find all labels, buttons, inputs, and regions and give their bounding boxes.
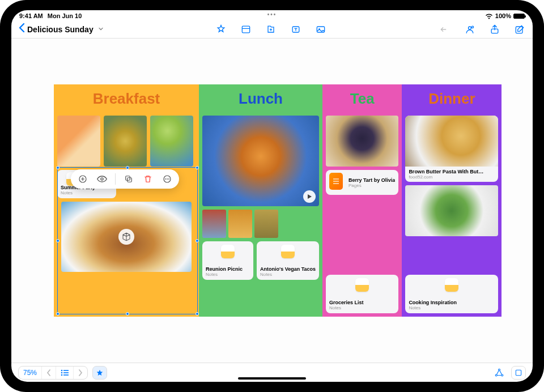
svg-point-23 <box>499 369 500 370</box>
favorite-button[interactable] <box>92 366 107 380</box>
image-berry-tart[interactable] <box>326 116 398 167</box>
column-heading-lunch: Lunch <box>202 88 319 112</box>
prev-board-button[interactable] <box>41 367 56 379</box>
note-subtitle: Notes <box>61 190 113 195</box>
delete-button[interactable] <box>142 173 154 185</box>
notes-app-icon <box>281 245 295 258</box>
next-board-button[interactable] <box>73 367 87 379</box>
note-card-groceries[interactable]: Groceries List Notes <box>326 275 398 313</box>
image-lunch-mini-2[interactable] <box>228 210 252 238</box>
note-subtitle: Notes <box>409 305 495 310</box>
file-subtitle: Pages <box>348 183 395 188</box>
column-heading-breakfast: Breakfast <box>57 88 196 112</box>
column-dinner: Dinner Brown Butter Pasta With But… food… <box>402 84 502 317</box>
link-title: Brown Butter Pasta With But… <box>409 169 495 174</box>
notes-app-icon <box>221 245 235 258</box>
battery-icon <box>513 14 525 19</box>
collaborate-button[interactable] <box>464 23 476 36</box>
image-pancakes[interactable] <box>61 202 192 272</box>
zoom-level-button[interactable]: 75% <box>19 367 41 379</box>
insert-above-button[interactable] <box>76 173 89 185</box>
note-title: Groceries List <box>329 300 395 305</box>
divider <box>115 173 116 185</box>
svg-rect-22 <box>63 374 69 376</box>
svg-point-10 <box>101 178 103 180</box>
document-title[interactable]: Delicious Sunday <box>27 25 94 34</box>
svg-point-21 <box>61 374 63 376</box>
note-title: Reunion Picnic <box>206 266 250 272</box>
media-insert-button[interactable] <box>314 23 327 36</box>
file-title: Berry Tart by Olivia <box>348 177 395 183</box>
ar-badge-icon[interactable] <box>118 229 134 245</box>
boards-list-button[interactable] <box>56 367 73 379</box>
title-dropdown-icon[interactable] <box>98 26 104 33</box>
duplicate-button[interactable] <box>122 173 135 185</box>
status-time: 9:41 AM <box>19 12 43 19</box>
notes-app-icon <box>355 278 369 292</box>
undo-button[interactable] <box>439 23 451 36</box>
column-lunch: Lunch Reunion Picnic <box>199 84 322 317</box>
pages-app-icon <box>329 173 343 190</box>
compose-button[interactable] <box>513 23 526 36</box>
note-card-cooking-inspiration[interactable]: Cooking Inspiration Notes <box>405 275 498 313</box>
note-title: Antonio's Vegan Tacos <box>260 266 316 272</box>
note-subtitle: Notes <box>206 272 250 277</box>
column-heading-tea: Tea <box>326 88 398 112</box>
minimap-button[interactable] <box>511 366 526 380</box>
quicklook-button[interactable] <box>96 173 108 185</box>
image-grapes[interactable] <box>150 116 193 167</box>
image-melon[interactable] <box>57 116 100 167</box>
column-tea: Tea Berry Tart by Olivia Pages Groceries… <box>322 84 402 317</box>
svg-rect-20 <box>63 372 69 373</box>
image-chickpeas[interactable] <box>104 116 147 167</box>
multitask-dots[interactable]: ••• <box>264 11 280 18</box>
app-toolbar: Delicious Sunday <box>11 20 533 39</box>
selection-context-toolbar <box>71 169 179 189</box>
canvas[interactable]: Breakfast Summer Party Notes <box>11 39 533 363</box>
graph-view-button[interactable] <box>492 366 507 380</box>
svg-rect-18 <box>63 370 69 371</box>
file-card-berry-tart[interactable]: Berry Tart by Olivia Pages <box>326 170 398 195</box>
battery-percent: 100% <box>495 12 511 19</box>
markup-tool-button[interactable] <box>215 23 227 36</box>
svg-rect-3 <box>317 27 325 32</box>
back-button[interactable] <box>18 23 25 36</box>
file-insert-button[interactable] <box>265 23 277 36</box>
image-lunch-mini-1[interactable] <box>202 210 226 238</box>
text-box-button[interactable] <box>290 23 302 36</box>
column-breakfast: Breakfast Summer Party Notes <box>54 84 199 317</box>
sticky-note-button[interactable] <box>240 23 252 36</box>
video-lunch-plate[interactable] <box>202 116 319 206</box>
note-subtitle: Notes <box>260 272 316 277</box>
svg-point-19 <box>61 372 63 373</box>
status-bar: 9:41 AM Mon Jun 10 ••• 100% <box>11 10 533 20</box>
svg-point-14 <box>165 178 166 180</box>
status-date: Mon Jun 10 <box>48 12 82 19</box>
note-title: Cooking Inspiration <box>409 300 495 305</box>
image-salad[interactable] <box>405 185 498 236</box>
note-card-reunion-picnic[interactable]: Reunion Picnic Notes <box>202 241 253 280</box>
board: Breakfast Summer Party Notes <box>54 84 490 317</box>
column-heading-dinner: Dinner <box>405 88 498 112</box>
link-card-pasta[interactable]: Brown Butter Pasta With But… food52.com <box>405 116 498 182</box>
svg-point-16 <box>168 178 169 180</box>
note-card-vegan-tacos[interactable]: Antonio's Vegan Tacos Notes <box>257 241 319 280</box>
notes-app-icon <box>445 278 458 292</box>
image-lunch-mini-3[interactable] <box>254 210 278 238</box>
home-indicator[interactable] <box>238 377 306 380</box>
svg-point-24 <box>495 374 497 376</box>
note-subtitle: Notes <box>329 305 395 310</box>
share-button[interactable] <box>488 23 501 36</box>
zoom-nav-control: 75% <box>18 366 88 380</box>
svg-point-25 <box>502 374 503 376</box>
svg-rect-0 <box>243 26 250 33</box>
more-button[interactable] <box>161 173 173 185</box>
screen: 9:41 AM Mon Jun 10 ••• 100% Delicious Su… <box>11 10 533 382</box>
play-icon[interactable] <box>303 190 316 203</box>
image-pasta <box>405 116 498 167</box>
wifi-icon <box>485 13 493 19</box>
svg-rect-26 <box>516 370 521 375</box>
svg-point-5 <box>468 27 471 29</box>
svg-point-6 <box>471 26 473 28</box>
svg-point-17 <box>61 369 63 371</box>
